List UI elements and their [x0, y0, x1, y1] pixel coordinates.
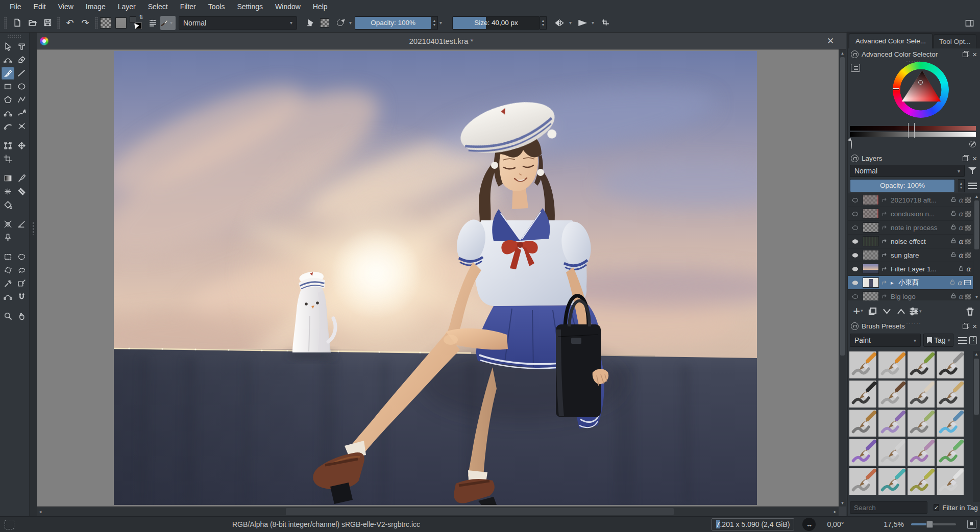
layer-options-menu-icon[interactable]	[968, 183, 977, 189]
lock-icon[interactable]	[950, 210, 957, 218]
lock-icon[interactable]	[950, 237, 957, 245]
inherit-alpha-icon[interactable]	[965, 197, 971, 203]
brush-preset-3[interactable]	[907, 351, 935, 379]
toolbox-drag-handle[interactable]	[7, 34, 22, 38]
layer-thumbnail[interactable]	[863, 222, 879, 233]
menu-tools[interactable]: Tools	[203, 1, 231, 12]
alpha-lock-icon[interactable]: α	[958, 279, 962, 286]
tool-gradient[interactable]	[2, 172, 14, 185]
tool-fill[interactable]	[2, 198, 14, 211]
brush-preset-8[interactable]	[936, 380, 964, 408]
add-layer-button[interactable]: +▾	[852, 305, 864, 318]
redo-button[interactable]: ↷	[78, 16, 92, 30]
tab-tool-options[interactable]: Tool Opt...	[934, 34, 976, 48]
tool-line[interactable]	[15, 67, 28, 80]
menu-filter[interactable]: Filter	[175, 1, 202, 12]
wrap-around-mode-button[interactable]	[598, 16, 612, 30]
docker-lock-icon[interactable]	[851, 322, 859, 330]
lock-icon[interactable]	[958, 265, 964, 273]
alpha-lock-icon[interactable]: α	[959, 251, 963, 259]
tool-pantool[interactable]	[15, 310, 28, 322]
tool-similarsel[interactable]	[15, 277, 28, 290]
tool-multibrush[interactable]	[15, 120, 28, 133]
layer-visibility-toggle[interactable]	[850, 196, 860, 204]
layer-row[interactable]: ▸ 20210718 aft... α	[848, 193, 980, 207]
tool-rect[interactable]	[2, 80, 14, 93]
toolbar-grip[interactable]	[95, 17, 98, 29]
horizontal-scrollbar[interactable]: ◂ ▸	[37, 506, 839, 516]
layer-status-icons[interactable]: α	[950, 251, 971, 259]
layer-inherit-alpha-icon[interactable]	[881, 252, 888, 259]
tool-assistant[interactable]	[2, 218, 14, 231]
layer-thumbnail[interactable]	[863, 209, 879, 219]
layer-status-icons[interactable]: α	[950, 237, 971, 245]
reload-original-preset-button[interactable]	[333, 16, 347, 30]
layer-opacity-slider[interactable]: Opacity: 100%	[850, 179, 955, 192]
chevron-down-icon[interactable]: ▾	[592, 20, 594, 26]
layer-group-expand-icon[interactable]: ▸	[891, 280, 896, 286]
inherit-alpha-icon[interactable]	[965, 225, 971, 231]
swap-colors-icon[interactable]: ⇅	[139, 14, 143, 20]
layer-thumbnail[interactable]	[863, 277, 879, 288]
lightness-strip[interactable]	[850, 126, 976, 131]
brush-preset-14[interactable]	[878, 438, 906, 466]
layer-thumbnail[interactable]	[863, 236, 879, 246]
eraser-mode-button[interactable]	[302, 16, 316, 30]
color-history-strips[interactable]	[850, 126, 976, 138]
layer-row[interactable]: ▸ Big logo α	[848, 290, 980, 300]
chevron-down-icon[interactable]: ▾	[439, 20, 442, 26]
foreground-background-colors[interactable]: ⇅	[129, 16, 142, 30]
brush-preset-16[interactable]	[936, 438, 964, 466]
layer-visibility-toggle[interactable]	[850, 223, 860, 232]
layer-inherit-alpha-icon[interactable]	[881, 266, 888, 272]
tool-magneticsel[interactable]	[15, 290, 28, 303]
layer-inherit-alpha-icon[interactable]	[881, 238, 888, 245]
inherit-alpha-icon[interactable]	[965, 294, 971, 299]
brush-preset-13[interactable]	[849, 438, 877, 466]
lock-icon[interactable]	[950, 251, 957, 259]
h-scrollbar-thumb[interactable]	[286, 508, 674, 515]
brush-preset-15[interactable]	[907, 438, 935, 466]
zoom-slider[interactable]	[911, 523, 956, 525]
zoom-percentage[interactable]: 17,5%	[884, 520, 904, 528]
layer-status-icons[interactable]: α	[950, 196, 971, 204]
search-input[interactable]	[850, 501, 927, 514]
new-document-button[interactable]	[10, 16, 24, 30]
brush-preset-1[interactable]	[849, 351, 877, 379]
alpha-lock-icon[interactable]: α	[959, 238, 963, 245]
save-button[interactable]	[40, 16, 55, 30]
tool-lassosel[interactable]	[15, 264, 28, 276]
move-layer-down-button[interactable]	[880, 305, 893, 318]
alpha-lock-icon[interactable]: α	[959, 196, 963, 204]
mirror-vertical-button[interactable]	[575, 16, 590, 30]
tool-select[interactable]	[2, 40, 14, 53]
tool-beziersel[interactable]	[2, 290, 14, 303]
scrollbar-thumb[interactable]	[974, 200, 979, 249]
layer-inherit-alpha-icon[interactable]	[881, 224, 888, 231]
canvas-viewport[interactable]	[37, 49, 839, 506]
refresh-colors-icon[interactable]	[851, 140, 852, 149]
chevron-down-icon[interactable]: ▾	[349, 20, 352, 26]
layer-inherit-alpha-icon[interactable]	[881, 197, 888, 204]
tool-crop[interactable]	[2, 153, 14, 165]
grayscale-strip[interactable]	[850, 132, 976, 137]
tool-polysel[interactable]	[2, 264, 14, 276]
float-docker-icon[interactable]	[963, 323, 969, 329]
menu-view[interactable]: View	[53, 1, 79, 12]
menu-image[interactable]: Image	[80, 1, 111, 12]
presets-menu-icon[interactable]	[958, 337, 967, 344]
lock-icon[interactable]	[950, 196, 957, 204]
brush-preset-2[interactable]	[878, 351, 906, 379]
tool-text[interactable]	[15, 40, 28, 53]
tool-patch[interactable]	[15, 185, 28, 198]
fit-canvas-button[interactable]	[967, 520, 976, 529]
layer-visibility-toggle[interactable]	[850, 210, 860, 218]
tool-brush[interactable]	[2, 67, 14, 80]
scrollbar-thumb[interactable]	[974, 359, 979, 415]
tool-nodeedit[interactable]	[2, 54, 14, 66]
menu-layer[interactable]: Layer	[112, 1, 141, 12]
layer-thumbnail[interactable]	[863, 264, 879, 274]
brush-preset-19[interactable]	[907, 467, 935, 495]
tag-button[interactable]: Tag ▾	[923, 334, 953, 347]
layer-row[interactable]: ▸ sun glare α	[848, 248, 980, 262]
